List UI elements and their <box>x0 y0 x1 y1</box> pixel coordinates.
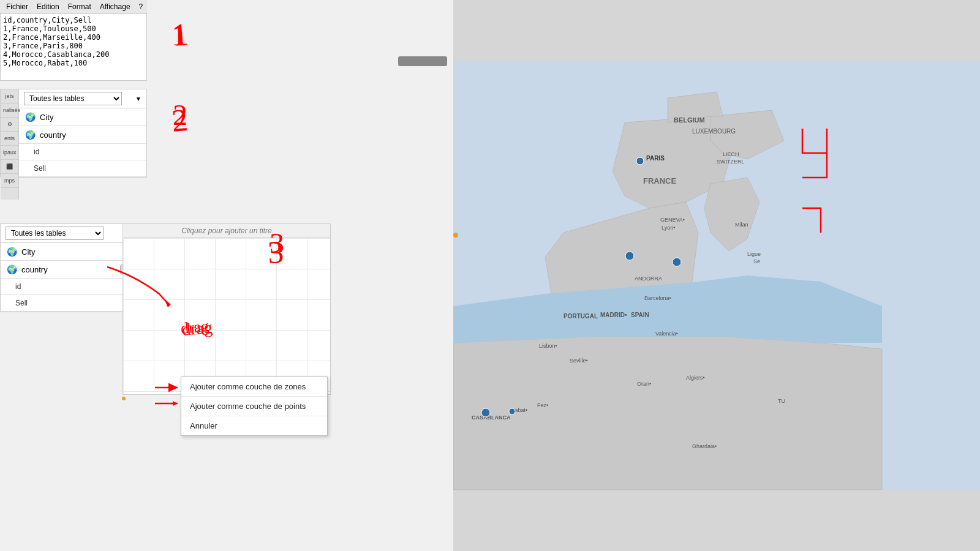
canvas-grid[interactable] <box>123 238 330 394</box>
tables-panel-upper: jets nalisés ⚙ ents ipaux ⬛ mps Toutes l… <box>0 89 147 178</box>
svg-text:GENEVA•: GENEVA• <box>660 217 685 223</box>
annotation-number-1: 1 <box>172 18 186 52</box>
canvas-panel[interactable]: Cliquez pour ajouter un titre <box>123 223 331 395</box>
tables-upper-select[interactable]: Toutes les tables <box>24 92 122 105</box>
tables-lower-select[interactable]: Toutes les tables <box>6 227 104 240</box>
svg-point-33 <box>636 157 644 165</box>
menu-format[interactable]: Format <box>64 1 95 12</box>
svg-text:PORTUGAL: PORTUGAL <box>564 313 598 320</box>
table-item-id-upper[interactable]: id <box>19 144 146 160</box>
svg-text:MADRID•: MADRID• <box>600 312 627 318</box>
table-item-city-lower-label: City <box>21 247 35 257</box>
svg-text:Lisbon•: Lisbon• <box>539 343 557 349</box>
svg-point-36 <box>673 258 681 266</box>
svg-text:CASABLANCA: CASABLANCA <box>472 414 511 421</box>
context-menu-item-cancel[interactable]: Annuler <box>181 416 327 435</box>
menu-help[interactable]: ? <box>135 1 147 12</box>
svg-text:SWITZERL: SWITZERL <box>717 159 745 165</box>
context-menu: Ajouter comme couche de zones Ajouter co… <box>181 377 328 436</box>
svg-text:2: 2 <box>170 102 189 138</box>
menu-fichier[interactable]: Fichier <box>2 1 32 12</box>
csv-line-5: 5,Morocco,Rabat,100 <box>3 59 144 67</box>
globe-icon-city-lower: 🌍 <box>7 247 17 257</box>
table-item-country-upper-label: country <box>40 130 66 140</box>
svg-text:Ligue: Ligue <box>747 251 761 257</box>
tables-upper-header: Toutes les tables ▼ <box>19 89 146 108</box>
context-menu-item-points[interactable]: Ajouter comme couche de points <box>181 397 327 416</box>
table-item-city-upper-label: City <box>40 113 53 122</box>
svg-text:Barcelona•: Barcelona• <box>644 295 671 301</box>
svg-marker-46 <box>173 401 178 406</box>
sidebar-nalisés[interactable]: nalisés <box>1 103 18 118</box>
svg-text:LIECH: LIECH <box>723 151 739 157</box>
svg-text:ANDORRA: ANDORRA <box>635 276 662 282</box>
csv-line-2: 2,France,Marseille,400 <box>3 33 144 42</box>
map-orange-marker <box>453 233 458 238</box>
sidebar-icon-2[interactable]: ⬛ <box>1 160 18 174</box>
csv-line-3: 3,France,Paris,800 <box>3 42 144 50</box>
table-item-country-lower-label: country <box>21 265 48 274</box>
svg-point-35 <box>625 252 634 260</box>
table-item-city-upper[interactable]: 🌍 City <box>19 108 146 126</box>
sidebar-jets[interactable]: jets <box>1 89 18 103</box>
menu-affichage[interactable]: Affichage <box>96 1 134 12</box>
menu-edition[interactable]: Edition <box>33 1 63 12</box>
svg-text:Oran•: Oran• <box>637 381 651 387</box>
canvas-title[interactable]: Cliquez pour ajouter un titre <box>123 224 330 238</box>
sidebar-icon-1[interactable]: ⚙ <box>1 118 18 132</box>
menu-bar: Fichier Edition Format Affichage ? <box>0 0 147 13</box>
svg-text:SPAIN: SPAIN <box>631 312 649 318</box>
svg-text:PARIS: PARIS <box>646 155 665 162</box>
sidebar-ents[interactable]: ents <box>1 132 18 146</box>
svg-point-37 <box>481 408 490 417</box>
map-container[interactable]: BELGIUM LUXEMBOURG FRANCE LIECH SWITZERL… <box>453 0 980 551</box>
globe-icon-country-upper: 🌍 <box>25 130 35 140</box>
csv-line-4: 4,Morocco,Casablanca,200 <box>3 50 144 59</box>
csv-line-1: 1,France,Toulouse,500 <box>3 24 144 33</box>
map-scrollbar[interactable] <box>398 56 447 66</box>
context-menu-item-zones[interactable]: Ajouter comme couche de zones <box>181 377 327 397</box>
svg-text:Seville•: Seville• <box>570 358 588 364</box>
csv-panel: id,country,City,Sell 1,France,Toulouse,5… <box>0 13 147 81</box>
table-item-id-upper-label: id <box>34 148 39 156</box>
svg-text:Lyon•: Lyon• <box>662 225 675 231</box>
svg-text:Algiers•: Algiers• <box>686 375 705 381</box>
svg-text:TU: TU <box>778 398 785 404</box>
table-item-sell-lower-label: Sell <box>15 299 28 307</box>
svg-text:Valencia•: Valencia• <box>655 331 678 337</box>
svg-text:Fez•: Fez• <box>537 402 548 408</box>
svg-text:Se: Se <box>753 258 760 264</box>
map-svg: BELGIUM LUXEMBOURG FRANCE LIECH SWITZERL… <box>453 0 980 551</box>
table-item-sell-upper-label: Sell <box>34 164 46 173</box>
globe-icon-city-upper: 🌍 <box>25 112 35 122</box>
sidebar-ipaux[interactable]: ipaux <box>1 146 18 160</box>
table-item-id-lower-label: id <box>15 282 21 291</box>
svg-text:Milan: Milan <box>735 222 748 228</box>
csv-line-0: id,country,City,Sell <box>3 16 144 24</box>
canvas-orange-marker <box>122 397 126 400</box>
svg-text:BELGIUM: BELGIUM <box>674 116 705 124</box>
svg-point-38 <box>509 408 515 414</box>
table-item-country-upper[interactable]: 🌍 country <box>19 126 146 144</box>
table-item-sell-upper[interactable]: Sell <box>19 160 146 177</box>
svg-text:LUXEMBOURG: LUXEMBOURG <box>692 128 736 135</box>
svg-text:Ghardaia•: Ghardaia• <box>692 443 717 449</box>
globe-icon-country-lower: 🌍 <box>7 264 17 274</box>
sidebar-mps[interactable]: mps <box>1 174 18 188</box>
dropdown-arrow-upper[interactable]: ▼ <box>135 96 141 102</box>
svg-text:1: 1 <box>171 17 190 53</box>
annotation-number-2: 2 <box>173 98 187 132</box>
svg-text:FRANCE: FRANCE <box>643 176 676 186</box>
